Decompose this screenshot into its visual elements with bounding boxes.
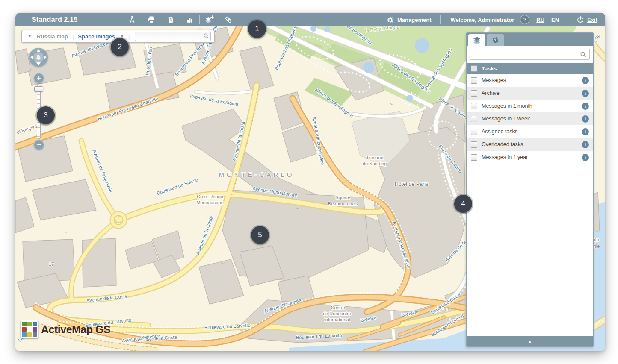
task-checkbox[interactable] [471,103,477,109]
toolbar-icons [124,13,237,26]
map-label: MONTE-CARLO [219,171,295,178]
logo-text: ActiveMap GS [41,323,110,336]
sidebar-collapse-button[interactable]: ▲ [467,336,593,346]
task-label: Messages [482,77,582,83]
map-label: Centre [331,305,345,310]
task-row-messages-in-1-week[interactable]: Messages in 1 weeki [467,112,593,125]
task-checkbox[interactable] [471,154,477,161]
task-checkbox[interactable] [471,77,477,84]
annotation-badge-1: 1 [248,20,266,38]
logo-mosaic-icon [21,320,38,338]
map-label: Monégasque [196,200,224,205]
pan-control[interactable] [29,48,48,67]
map-label: Croix-Rouge [197,194,223,199]
exit-button[interactable]: Exit [577,16,597,23]
map-label: Hôtel de Paris [395,181,429,187]
task-checkbox[interactable] [471,141,477,148]
tab-legend[interactable]: ? [487,34,504,46]
toolbar-separator [161,15,161,24]
info-icon[interactable]: i [582,103,589,110]
tab-layers[interactable] [468,34,485,46]
pan-left-icon[interactable] [30,55,33,59]
lang-en-button[interactable]: EN [551,17,559,23]
task-label: Messages in 1 month [482,103,582,109]
pan-down-icon[interactable] [36,62,41,65]
compass-measure-icon[interactable] [126,15,139,25]
selector-separator: | [71,33,75,40]
map-label: 17 [49,261,54,267]
zoom-out-button[interactable]: − [34,140,44,150]
task-row-archive[interactable]: Archivei [467,87,593,100]
layers-sidebar: ? Tasks MessagesiArchiveiMessages in 1 m… [466,32,594,347]
chevron-down-icon[interactable]: ▼ [25,34,34,38]
group-checkbox[interactable] [471,65,477,72]
map-label: ← [116,292,122,299]
add-layer-icon[interactable] [203,15,216,25]
search-icon [580,51,586,58]
info-icon[interactable]: i [582,128,589,135]
base-layer-russia-map[interactable]: Russia map [34,33,71,40]
task-label: Messages in 1 week [482,116,582,122]
map-label: de Rencontre [323,311,351,316]
toolbar: Standard 2.15 [15,13,605,26]
map-label: nie [594,244,600,249]
toolbar-separator [180,15,180,24]
pan-hand-icon[interactable] [33,52,44,62]
layers-icon [472,36,482,44]
info-icon[interactable]: i [582,115,589,123]
help-button[interactable]: ? [520,15,529,24]
lang-ru-button[interactable]: RU [536,17,544,23]
help-book-icon[interactable] [164,15,177,25]
welcome-text: Welcome, Administrator [451,17,515,23]
task-row-messages-in-1-year[interactable]: Messages in 1 yeari [467,151,593,164]
map-label: International [324,317,350,322]
exit-label: Exit [587,17,597,23]
task-checkbox[interactable] [471,129,477,135]
info-icon[interactable]: i [582,154,589,161]
annotation-badge-5: 5 [251,226,269,244]
annotation-badge-4: 4 [454,195,472,213]
sidebar-search [467,46,593,63]
toolbar-separator [440,15,441,24]
task-checkbox[interactable] [471,90,477,97]
task-row-assigned-tasks[interactable]: Assigned tasksi [467,125,593,138]
print-icon[interactable] [145,15,158,25]
activemap-logo: ActiveMap GS [21,320,110,338]
zoom-in-button[interactable]: + [34,73,44,83]
info-icon[interactable]: i [582,90,589,97]
info-icon[interactable]: i [582,77,589,84]
map-label: Square [335,195,350,200]
statistics-icon[interactable] [183,15,196,25]
task-label: Assigned tasks [482,129,582,135]
map-label: ito [594,237,599,242]
map-label: Beaumarchais [328,201,358,206]
power-icon [577,16,584,23]
toolbar-separator [199,15,200,24]
toolbar-right: Management Welcome, Administrator ? RU E… [387,15,597,24]
pan-up-icon[interactable] [36,49,41,52]
sidebar-tabs: ? [467,33,593,46]
link-icon[interactable] [222,15,235,25]
app-window: Boulevard Princesse CharlotteBoulevard P… [15,13,605,351]
tasks-group-header[interactable]: Tasks [467,63,593,74]
toolbar-separator [219,15,219,24]
sidebar-search-input[interactable] [470,49,590,60]
management-label: Management [397,17,431,23]
base-layer-space-images[interactable]: Space images [75,33,118,40]
search-icon [203,33,209,39]
task-list: MessagesiArchiveiMessages in 1 monthiMes… [467,74,593,164]
map-label: → [293,204,300,211]
zoom-slider-handle[interactable] [34,86,43,92]
management-button[interactable]: Management [387,16,431,23]
group-label: Tasks [482,65,497,72]
sidebar-empty-area [467,164,593,336]
task-row-messages-in-1-month[interactable]: Messages in 1 monthi [467,100,593,112]
info-icon[interactable]: i [582,141,589,148]
task-checkbox[interactable] [471,116,477,122]
task-row-overloaded-tasks[interactable]: Overloaded tasksi [467,138,593,151]
gear-icon [387,16,394,23]
map-search-input[interactable] [135,32,211,41]
task-row-messages[interactable]: Messagesi [467,74,593,87]
toolbar-separator [568,15,568,24]
pan-right-icon[interactable] [44,55,47,59]
